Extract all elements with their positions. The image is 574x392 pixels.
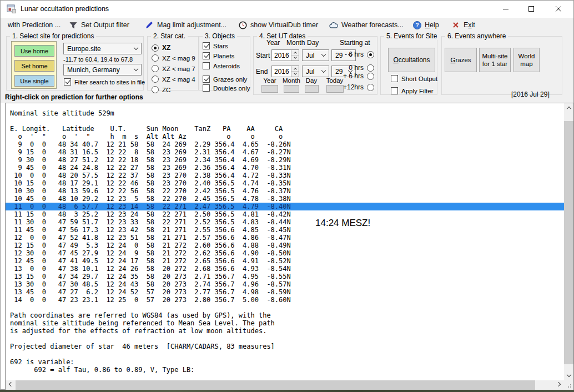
spinner-arrows[interactable] — [291, 66, 299, 77]
output-line[interactable]: Path coordinates are referred to WGS84 (… — [6, 311, 564, 319]
help-icon: ? — [412, 21, 421, 29]
output-line[interactable]: 9 45 0 48 24 24.8 12 22 27 58 23 269 2.3… — [6, 164, 564, 172]
site-buttons-panel: Use homeSet homeUse single — [11, 41, 57, 89]
output-line[interactable]: 10 30 0 48 13 59.6 12 22 56 58 22 270 2.… — [6, 187, 564, 195]
asteroids-checkbox[interactable]: Asteroids — [203, 62, 240, 69]
output-line[interactable]: 692 is variable: — [6, 358, 564, 366]
radio-icon — [152, 54, 159, 62]
output-line[interactable] — [6, 335, 564, 343]
output-line[interactable]: nominal site altitude being referenced t… — [6, 319, 564, 327]
menu-item-label: Help — [425, 21, 439, 29]
output-line[interactable]: 12 0 0 47 52 41.8 12 23 51 58 21 271 2.5… — [6, 234, 564, 242]
output-line[interactable]: 12 15 0 47 49 5.3 12 24 0 58 21 272 2.60… — [6, 242, 564, 249]
option-label: XZ < mag 4 — [162, 76, 195, 83]
output-line[interactable]: 9 0 0 48 34 40.7 12 21 58 58 24 269 2.29… — [6, 140, 564, 148]
world-map-button[interactable]: World map — [513, 48, 540, 72]
output-line[interactable]: 692 = alf Tau, 0.86 to 0.89, V, Type LB: — [6, 366, 564, 374]
menu-item-help[interactable]: ?Help — [412, 18, 439, 32]
output-line[interactable] — [6, 350, 564, 358]
use-single-button[interactable]: Use single — [14, 75, 54, 87]
filter-search-checkbox[interactable]: Filter search to sites in file — [64, 78, 145, 86]
scroll-right-icon — [556, 382, 561, 386]
output-line[interactable]: Projected diameter of star 46 meters [CH… — [6, 343, 564, 350]
menu-item-show-virtualdub-timer[interactable]: show VirtualDub timer — [238, 18, 318, 32]
output-line-selected[interactable]: 11 0 0 48 6 57.7 12 23 14 58 22 271 2.47… — [6, 203, 564, 210]
minimize-button[interactable] — [493, 1, 518, 18]
vertical-scroll-thumb[interactable] — [564, 121, 573, 364]
menu-item-weather-forecasts[interactable]: Weather forecasts... — [329, 18, 404, 32]
scroll-right-button[interactable] — [555, 380, 564, 390]
today-step-button[interactable] — [326, 85, 344, 93]
6-hrs-radio[interactable]: - 6 hrs — [319, 51, 374, 58]
xz-mag-9-radio[interactable]: XZ < mag 9 — [152, 54, 195, 62]
horizontal-scrollbar[interactable] — [6, 380, 564, 390]
output-line[interactable]: 12 30 0 47 45 27.9 12 24 9 58 21 272 2.6… — [6, 249, 564, 257]
scroll-down-button[interactable] — [564, 371, 573, 380]
end-year-stepper[interactable]: 2016 — [271, 66, 299, 77]
output-line[interactable]: 13 0 0 47 38 10.1 12 24 26 58 20 272 2.6… — [6, 265, 564, 273]
output-line[interactable]: 11 30 0 47 59 51.7 12 23 33 58 22 271 2.… — [6, 218, 564, 226]
month-step-button[interactable] — [284, 85, 299, 93]
grazes-button[interactable]: Grazes — [445, 48, 477, 72]
scroll-up-button[interactable] — [564, 103, 573, 113]
output-line[interactable]: o ' " o ' " h m s Alt Alt Az o o o — [6, 133, 564, 140]
site-file-dropdown[interactable]: Europe.site — [63, 43, 142, 54]
chevron-down-icon — [134, 46, 138, 50]
output-line[interactable]: E. Longit. Latitude U.T. Sun Moon TanZ P… — [6, 125, 564, 133]
menu-item-exit[interactable]: Exit — [451, 18, 475, 32]
scroll-left-button[interactable] — [6, 380, 15, 390]
menu-item-set-output-filter[interactable]: Set Output filter — [69, 18, 129, 32]
spinner-arrows[interactable] — [291, 50, 299, 61]
start-year-stepper[interactable]: 2016 — [271, 49, 299, 61]
output-line[interactable]: Nominal site altitude 529m — [6, 109, 564, 117]
grazes-only-checkbox[interactable]: Grazes only — [203, 76, 247, 83]
option-label: - 6 hrs — [345, 51, 364, 58]
menu-item-label: Weather forecasts... — [341, 21, 404, 29]
output-line[interactable]: 9 30 0 48 27 51.2 12 22 18 58 23 269 2.3… — [6, 156, 564, 164]
0-hrs-radio[interactable]: 0 hrs — [319, 64, 374, 72]
site-file-value: Europe.site — [67, 45, 101, 53]
set-home-button[interactable]: Set home — [14, 60, 54, 72]
scroll-left-icon — [9, 382, 13, 386]
doubles-only-checkbox[interactable]: Doubles only — [203, 84, 250, 92]
output-line[interactable]: 12 45 0 47 41 49.5 12 24 17 58 21 272 2.… — [6, 257, 564, 265]
resize-grip[interactable] — [564, 380, 573, 390]
site-dropdown[interactable]: Munich, Germany — [63, 64, 142, 76]
output-line[interactable]: 11 45 0 47 56 17.3 12 23 42 58 21 271 2.… — [6, 226, 564, 234]
close-button[interactable] — [544, 1, 573, 18]
output-line[interactable]: 13 15 0 47 34 29.7 12 24 35 58 20 273 2.… — [6, 273, 564, 280]
xz-radio[interactable]: XZ — [152, 44, 170, 52]
planets-checkbox[interactable]: Planets — [203, 52, 234, 59]
multi-site-for-1-star-button[interactable]: Multi-site for 1 star — [479, 48, 511, 72]
output-line[interactable]: 10 45 0 48 10 29.2 12 23 5 58 22 270 2.4… — [6, 195, 564, 203]
maximize-button[interactable] — [518, 1, 544, 18]
day-step-button[interactable] — [305, 85, 319, 93]
output-line[interactable]: 11 15 0 48 3 25.2 12 23 24 58 22 271 2.5… — [6, 210, 564, 218]
menu-item-with-prediction[interactable]: with Prediction ... — [8, 18, 61, 32]
checkbox-icon — [391, 87, 398, 94]
horizontal-scroll-thumb[interactable] — [16, 380, 535, 390]
vertical-scrollbar[interactable] — [564, 103, 573, 380]
zc-radio[interactable]: ZC — [152, 86, 170, 93]
weather-icon — [329, 21, 338, 29]
output-textarea[interactable]: Nominal site altitude 529mE. Longit. Lat… — [5, 103, 574, 390]
output-line[interactable] — [6, 117, 564, 125]
output-line[interactable]: 13 45 0 47 27 6.2 12 24 52 57 20 273 2.7… — [6, 288, 564, 296]
output-line[interactable] — [6, 304, 564, 311]
output-line[interactable]: 14 0 0 47 23 23.1 12 25 0 57 20 273 2.80… — [6, 296, 564, 304]
output-line[interactable]: 13 30 0 47 30 48.5 12 24 43 58 20 273 2.… — [6, 280, 564, 288]
apply-filter-checkbox[interactable]: Apply Filter — [391, 87, 434, 94]
year-step-button[interactable] — [261, 85, 278, 93]
xz-mag-4-radio[interactable]: XZ < mag 4 — [152, 76, 195, 83]
stars-checkbox[interactable]: Stars — [203, 42, 228, 49]
occultations-button[interactable]: Occultations — [388, 48, 435, 72]
option-label: Planets — [213, 53, 234, 59]
menu-item-mag-limit-adjustment[interactable]: Mag limit adjustment... — [145, 18, 226, 32]
xz-mag-7-radio[interactable]: XZ < mag 7 — [152, 65, 195, 72]
output-line[interactable]: 10 0 0 48 20 57.5 12 22 37 58 23 270 2.3… — [6, 172, 564, 179]
short-output-checkbox[interactable]: Short Output — [391, 75, 437, 82]
output-line[interactable]: is adjusted for the effects of refractio… — [6, 327, 564, 335]
output-line[interactable]: 10 15 0 48 17 29.1 12 22 46 58 23 270 2.… — [6, 179, 564, 187]
output-line[interactable]: 9 15 0 48 31 16.5 12 22 8 58 23 269 2.31… — [6, 148, 564, 156]
use-home-button[interactable]: Use home — [14, 45, 54, 57]
